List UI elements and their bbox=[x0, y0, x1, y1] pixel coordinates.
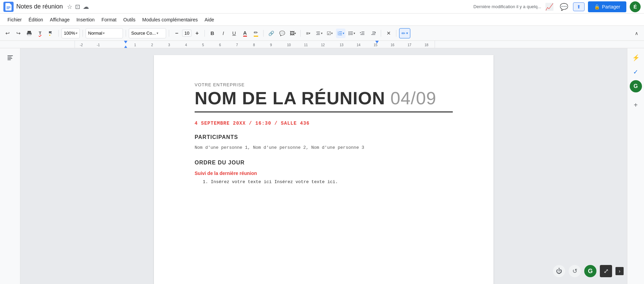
menu-modules[interactable]: Modules complémentaires bbox=[140, 16, 200, 24]
sep5 bbox=[204, 30, 205, 37]
menu-insertion[interactable]: Insertion bbox=[74, 16, 97, 24]
svg-text:16: 16 bbox=[391, 43, 395, 47]
user-avatar[interactable]: É bbox=[630, 1, 641, 12]
sep7 bbox=[300, 30, 301, 37]
svg-text:3: 3 bbox=[168, 43, 170, 47]
menu-aide[interactable]: Aide bbox=[202, 16, 217, 24]
highlight-button[interactable]: ✏ bbox=[251, 29, 261, 38]
document-title: NOM DE LA RÉUNION 04/09 bbox=[195, 89, 453, 108]
collapse-button[interactable]: ∧ bbox=[632, 29, 641, 38]
meet-green-button[interactable]: G bbox=[584, 265, 596, 277]
outline-icon[interactable] bbox=[4, 52, 16, 64]
redo-button[interactable]: ↪ bbox=[14, 29, 23, 38]
share-button[interactable]: 🔒 Partager bbox=[588, 1, 626, 12]
undo-button[interactable]: ↩ bbox=[3, 29, 12, 38]
expand-button[interactable]: ⤢ bbox=[600, 265, 612, 277]
agenda-title: ORDRE DU JOUR bbox=[195, 160, 453, 166]
numbered-list-button[interactable]: 1.2.3. ▾ bbox=[336, 29, 345, 38]
align-button[interactable]: ≡▾ bbox=[303, 29, 313, 38]
bold-button[interactable]: B bbox=[208, 29, 217, 38]
add-sidebar-icon[interactable]: + bbox=[634, 101, 638, 109]
font-size-box[interactable]: − + bbox=[172, 29, 202, 38]
title-icons: ☆ ⊡ ☁ bbox=[67, 3, 89, 11]
svg-text:8: 8 bbox=[253, 43, 255, 47]
menu-edition[interactable]: Édition bbox=[26, 16, 46, 24]
style-dropdown[interactable]: Normal ▾ bbox=[86, 28, 123, 38]
svg-rect-57 bbox=[7, 58, 12, 59]
right-actions: 📈 💬 ⬆ 🔒 Partager É bbox=[544, 1, 641, 12]
underline-button[interactable]: U bbox=[229, 29, 239, 38]
svg-rect-23 bbox=[361, 32, 364, 32]
svg-point-19 bbox=[348, 33, 350, 34]
print-button[interactable] bbox=[24, 29, 34, 38]
paintformat-button[interactable] bbox=[46, 29, 56, 38]
star-icon[interactable]: ☆ bbox=[67, 3, 72, 11]
svg-text:3.: 3. bbox=[338, 34, 339, 36]
font-size-input[interactable] bbox=[182, 30, 192, 37]
text-color-button[interactable]: A bbox=[240, 29, 250, 38]
document-area[interactable]: VOTRE ENTREPRISE NOM DE LA RÉUNION 04/09… bbox=[20, 48, 627, 284]
edit-mode-dropdown[interactable]: ✏ ▾ bbox=[399, 28, 410, 38]
comment-button[interactable]: 💬 bbox=[277, 29, 287, 38]
notifications-icon[interactable]: ⚡ bbox=[630, 52, 642, 64]
svg-rect-55 bbox=[7, 55, 13, 56]
svg-rect-26 bbox=[372, 32, 375, 32]
svg-rect-28 bbox=[371, 34, 375, 35]
svg-text:18: 18 bbox=[425, 43, 429, 47]
font-size-increase[interactable]: + bbox=[192, 29, 202, 38]
clear-formatting-button[interactable]: ✕ bbox=[384, 29, 393, 38]
share-label: Partager bbox=[602, 4, 620, 10]
doc-title: Notes de réunion bbox=[16, 3, 63, 10]
svg-rect-16 bbox=[339, 35, 342, 35]
tasks-icon[interactable]: ✓ bbox=[630, 66, 642, 78]
bullet-list-button[interactable]: ▾ bbox=[347, 29, 356, 38]
ruler: -2 -1 1 2 3 4 5 6 7 8 9 10 11 12 13 14 1… bbox=[0, 41, 644, 48]
menu-affichage[interactable]: Affichage bbox=[47, 16, 72, 24]
svg-rect-56 bbox=[7, 57, 12, 57]
cloud-icon[interactable]: ☁ bbox=[83, 3, 89, 11]
comments-icon[interactable]: 💬 bbox=[558, 1, 570, 12]
menu-format[interactable]: Format bbox=[99, 16, 119, 24]
svg-text:10: 10 bbox=[287, 43, 291, 47]
forward-arrow-button[interactable]: › bbox=[615, 267, 624, 275]
upload-icon: ⬆ bbox=[577, 4, 581, 10]
svg-rect-12 bbox=[339, 32, 342, 32]
power-button[interactable]: ⏻ bbox=[553, 265, 565, 277]
meet-icon[interactable]: G bbox=[630, 80, 642, 92]
indent-more-button[interactable] bbox=[369, 29, 378, 38]
svg-point-17 bbox=[348, 31, 350, 32]
trend-icon[interactable]: 📈 bbox=[544, 1, 555, 12]
italic-button[interactable]: I bbox=[218, 29, 228, 38]
svg-rect-7 bbox=[49, 35, 50, 36]
sep2 bbox=[83, 30, 83, 37]
svg-text:6: 6 bbox=[219, 43, 221, 47]
date-info: 4 SEPTEMBRE 20XX / 16:30 / SALLE 436 bbox=[195, 121, 453, 126]
upload-button[interactable]: ⬆ bbox=[573, 2, 585, 11]
font-size-decrease[interactable]: − bbox=[172, 29, 181, 38]
folder-icon[interactable]: ⊡ bbox=[75, 3, 80, 11]
sep8 bbox=[381, 30, 381, 37]
spellcheck-button[interactable]: T bbox=[35, 29, 45, 38]
svg-rect-25 bbox=[360, 34, 364, 35]
zoom-dropdown[interactable]: 100% ▾ bbox=[61, 28, 80, 38]
checklist-button[interactable]: ☑▾ bbox=[325, 29, 335, 38]
indent-less-button[interactable] bbox=[358, 29, 367, 38]
svg-text:7: 7 bbox=[236, 43, 238, 47]
menu-fichier[interactable]: Fichier bbox=[5, 16, 24, 24]
image-button[interactable]: 🖼▾ bbox=[288, 29, 298, 38]
participants-title: PARTICIPANTS bbox=[195, 134, 453, 140]
font-dropdown[interactable]: Source Co... ▾ bbox=[129, 28, 166, 38]
svg-rect-18 bbox=[350, 32, 353, 32]
svg-text:12: 12 bbox=[321, 43, 325, 47]
svg-rect-20 bbox=[350, 33, 353, 34]
edit-mode-icon: ✏ bbox=[401, 31, 406, 36]
svg-rect-5 bbox=[28, 34, 31, 36]
svg-text:9: 9 bbox=[270, 43, 272, 47]
document-page[interactable]: VOTRE ENTREPRISE NOM DE LA RÉUNION 04/09… bbox=[154, 55, 494, 284]
line-spacing-button[interactable]: ▾ bbox=[314, 29, 324, 38]
sep3 bbox=[126, 30, 126, 37]
history-button[interactable]: ↺ bbox=[569, 265, 581, 277]
link-button[interactable]: 🔗 bbox=[266, 29, 276, 38]
svg-point-6 bbox=[30, 33, 31, 34]
menu-outils[interactable]: Outils bbox=[121, 16, 138, 24]
